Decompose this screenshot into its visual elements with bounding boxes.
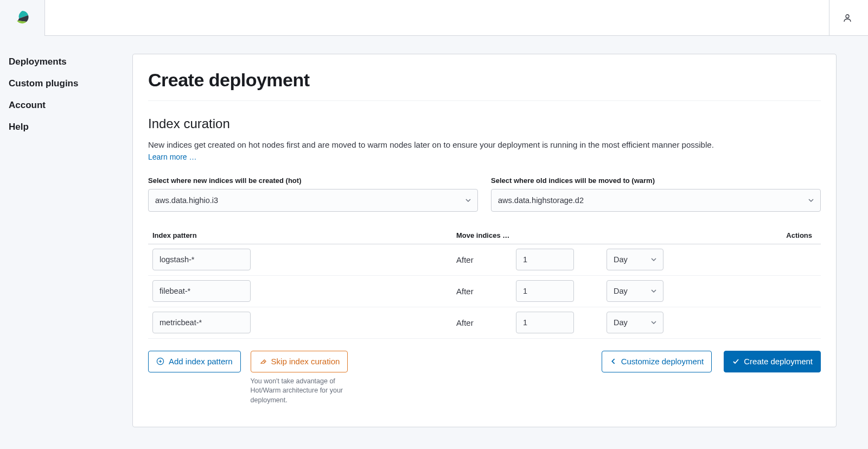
warm-node-col: Select where old indices will be moved t… [491, 176, 821, 212]
skip-help-text: You won't take advantage of Hot/Warm arc… [251, 377, 354, 406]
duration-input[interactable] [516, 249, 574, 270]
svg-point-0 [846, 15, 849, 18]
top-bar-user[interactable] [829, 0, 868, 36]
create-deployment-button[interactable]: Create deployment [724, 351, 821, 372]
top-bar [0, 0, 868, 36]
add-index-pattern-button[interactable]: Add index pattern [148, 351, 241, 372]
logo[interactable] [0, 0, 45, 36]
duration-input[interactable] [516, 280, 574, 302]
plus-circle-icon [156, 357, 164, 365]
pattern-input[interactable] [152, 280, 251, 302]
sidebar: Deployments Custom plugins Account Help [0, 36, 132, 449]
main: Create deployment Index curation New ind… [132, 36, 868, 449]
table-header: Index pattern Move indices … Actions [148, 227, 821, 244]
warm-node-select[interactable] [491, 189, 821, 212]
elastic-logo-icon [15, 10, 30, 26]
card: Create deployment Index curation New ind… [132, 54, 837, 427]
button-label: Skip index curation [271, 357, 340, 366]
hot-node-select[interactable] [148, 189, 478, 212]
hot-node-col: Select where new indices will be created… [148, 176, 478, 212]
table-row: After [148, 244, 821, 276]
table-row: After [148, 307, 821, 339]
sidebar-item-account[interactable]: Account [9, 94, 132, 116]
unit-select[interactable] [607, 280, 663, 302]
col-header-actions: Actions [751, 231, 816, 239]
actions-bar: Add index pattern Skip index curation Yo… [148, 351, 821, 406]
node-select-row: Select where new indices will be created… [148, 176, 821, 212]
customize-deployment-button[interactable]: Customize deployment [602, 351, 712, 372]
hot-node-select-wrap [148, 189, 478, 212]
unit-select[interactable] [607, 249, 663, 270]
warm-node-select-wrap [491, 189, 821, 212]
hot-node-label: Select where new indices will be created… [148, 176, 478, 185]
skip-index-curation-button[interactable]: Skip index curation [251, 351, 348, 372]
button-label: Add index pattern [169, 357, 233, 366]
duration-input[interactable] [516, 312, 574, 333]
skip-action-col: Skip index curation You won't take advan… [251, 351, 354, 406]
page-title: Create deployment [148, 69, 821, 101]
chevron-left-icon [610, 358, 617, 365]
section-description: New indices get created on hot nodes fir… [148, 139, 821, 151]
eraser-icon [259, 357, 267, 365]
button-label: Customize deployment [621, 357, 704, 366]
layout: Deployments Custom plugins Account Help … [0, 36, 868, 449]
col-header-move: Move indices … [456, 231, 751, 239]
table-row: After [148, 276, 821, 307]
col-header-pattern: Index pattern [152, 231, 456, 239]
section-title: Index curation [148, 116, 821, 131]
learn-more-link[interactable]: Learn more … [148, 153, 196, 161]
check-icon [732, 358, 739, 365]
button-label: Create deployment [744, 357, 813, 366]
index-pattern-table: Index pattern Move indices … Actions Aft… [148, 227, 821, 339]
after-label: After [456, 287, 483, 296]
pattern-input[interactable] [152, 249, 251, 270]
sidebar-item-custom-plugins[interactable]: Custom plugins [9, 73, 132, 94]
sidebar-item-help[interactable]: Help [9, 116, 132, 138]
actions-right: Customize deployment Create deployment [602, 351, 821, 372]
warm-node-label: Select where old indices will be moved t… [491, 176, 821, 185]
sidebar-item-deployments[interactable]: Deployments [9, 51, 132, 73]
after-label: After [456, 318, 483, 327]
unit-select[interactable] [607, 312, 663, 333]
pattern-input[interactable] [152, 312, 251, 333]
after-label: After [456, 255, 483, 264]
user-icon [843, 14, 852, 22]
